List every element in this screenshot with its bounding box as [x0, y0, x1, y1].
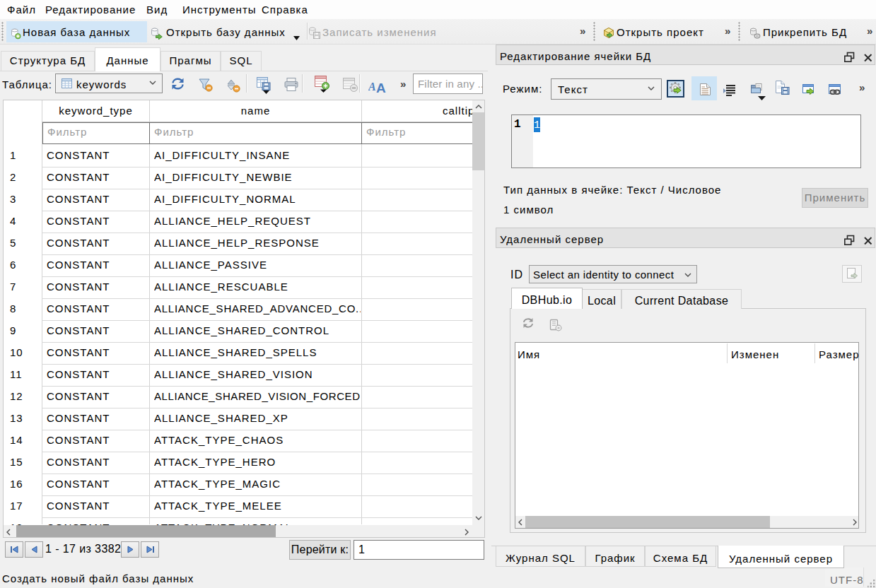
- svg-text:A: A: [376, 81, 387, 93]
- svg-text:A: A: [368, 81, 377, 93]
